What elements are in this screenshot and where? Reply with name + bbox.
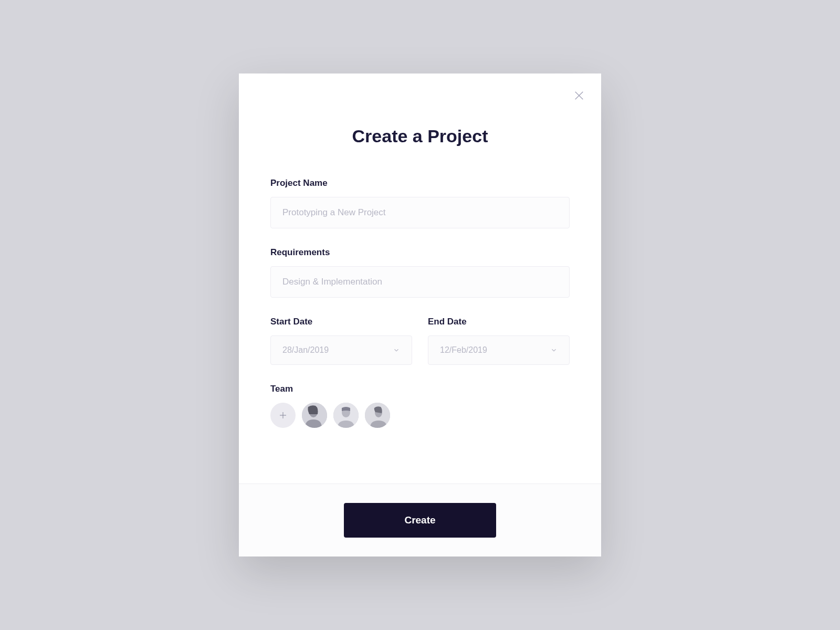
requirements-input[interactable] [270,266,570,298]
close-icon [573,90,585,101]
modal-body: Create a Project Project Name Requiremen… [239,74,601,484]
end-date-value: 12/Feb/2019 [440,345,487,355]
requirements-label: Requirements [270,247,570,258]
end-date-select[interactable]: 12/Feb/2019 [428,335,570,365]
person-icon [365,403,390,428]
team-label: Team [270,384,570,394]
modal-title: Create a Project [270,126,570,146]
end-date-label: End Date [428,317,570,327]
modal-footer: Create [239,484,601,556]
start-date-select[interactable]: 28/Jan/2019 [270,335,412,365]
date-row: Start Date 28/Jan/2019 End Date 12/Feb/2… [270,317,570,365]
avatar[interactable] [302,403,327,428]
avatar[interactable] [365,403,390,428]
close-button[interactable] [572,88,586,103]
avatar[interactable] [333,403,359,428]
create-button[interactable]: Create [344,503,496,538]
add-member-button[interactable] [270,403,296,428]
requirements-group: Requirements [270,247,570,298]
team-row [270,403,570,428]
person-icon [333,403,359,428]
start-date-group: Start Date 28/Jan/2019 [270,317,412,365]
chevron-down-icon [550,346,558,354]
start-date-value: 28/Jan/2019 [282,345,329,355]
chevron-down-icon [393,346,400,354]
plus-icon [278,411,288,420]
team-group: Team [270,384,570,428]
project-name-input[interactable] [270,197,570,228]
end-date-group: End Date 12/Feb/2019 [428,317,570,365]
project-name-group: Project Name [270,178,570,228]
start-date-label: Start Date [270,317,412,327]
person-icon [302,403,327,428]
project-name-label: Project Name [270,178,570,188]
create-project-modal: Create a Project Project Name Requiremen… [239,74,601,556]
